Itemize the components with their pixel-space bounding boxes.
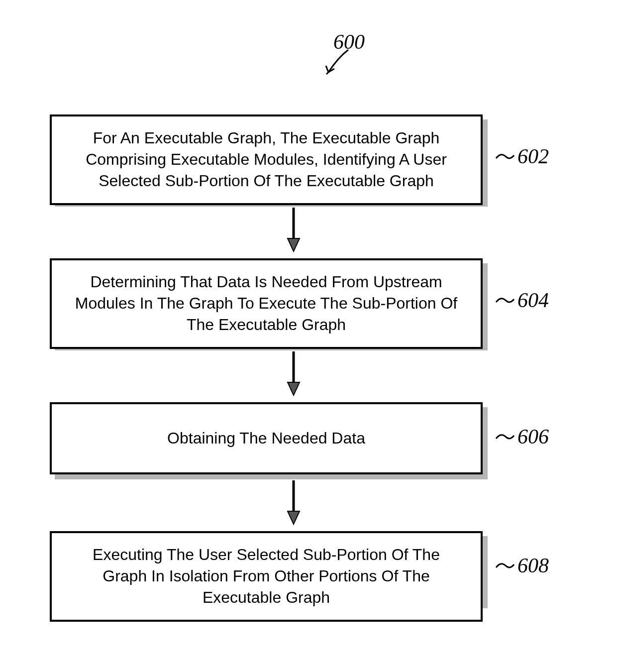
- svg-marker-3: [288, 382, 300, 395]
- flowchart-step-box: Determining That Data Is Needed From Ups…: [50, 258, 483, 349]
- flowchart-step: Executing The User Selected Sub-Portion …: [50, 531, 483, 603]
- svg-marker-5: [288, 511, 300, 524]
- diagram-ref-arrow-icon: [318, 45, 353, 80]
- flowchart-step: Determining That Data Is Needed From Ups…: [50, 258, 483, 345]
- step-ref-label: 608: [517, 554, 549, 577]
- ref-connector-icon: [495, 430, 515, 445]
- flowchart-step-text: For An Executable Graph, The Executable …: [72, 127, 461, 192]
- ref-connector-icon: [495, 559, 515, 573]
- flowchart-step: For An Executable Graph, The Executable …: [50, 114, 483, 202]
- flowchart-step-box: For An Executable Graph, The Executable …: [50, 114, 483, 205]
- arrow-down-icon: [284, 351, 304, 396]
- ref-connector-icon: [495, 149, 515, 164]
- arrow-down-icon: [284, 208, 304, 252]
- flowchart-step: Obtaining The Needed Data 606: [50, 402, 483, 474]
- step-ref-label: 602: [517, 144, 549, 168]
- flowchart-step-box: Executing The User Selected Sub-Portion …: [50, 531, 483, 622]
- flowchart-step-text: Obtaining The Needed Data: [167, 428, 365, 449]
- flowchart-step-box: Obtaining The Needed Data: [50, 402, 483, 474]
- step-ref-label: 606: [517, 425, 549, 448]
- flowchart-step-text: Determining That Data Is Needed From Ups…: [72, 271, 461, 336]
- flowchart-step-text: Executing The User Selected Sub-Portion …: [72, 544, 461, 609]
- arrow-down-icon: [284, 480, 304, 525]
- step-ref-label: 604: [517, 288, 549, 312]
- flowchart: For An Executable Graph, The Executable …: [50, 114, 537, 603]
- svg-marker-1: [288, 238, 300, 251]
- ref-connector-icon: [495, 293, 515, 308]
